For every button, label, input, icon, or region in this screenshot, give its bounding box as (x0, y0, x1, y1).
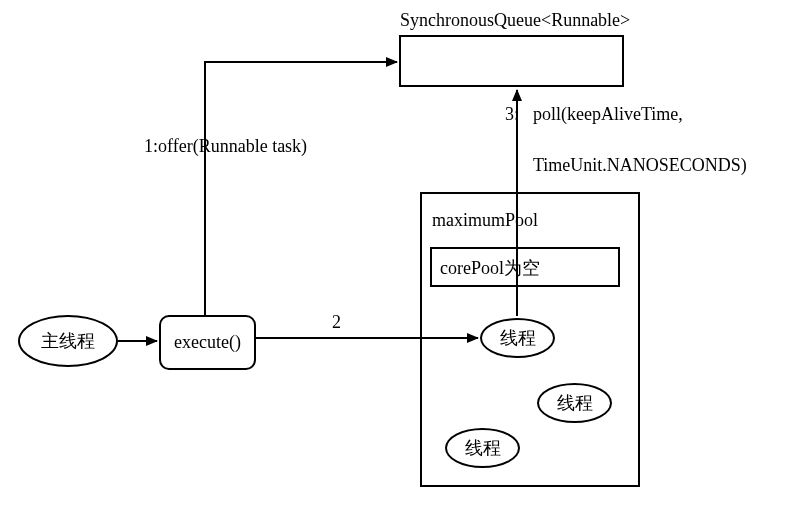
thread-node-3: 线程 (445, 428, 520, 468)
edge-poll-num-label: 3: (505, 104, 519, 125)
queue-title-label: SynchronousQueue<Runnable> (400, 10, 630, 31)
queue-box (399, 35, 624, 87)
arrow-execute-to-queue (205, 62, 397, 315)
thread-node-3-label: 线程 (465, 436, 501, 460)
edge-poll-line2-label: TimeUnit.NANOSECONDS) (533, 155, 747, 176)
thread-node-2: 线程 (537, 383, 612, 423)
edge-poll-line1-label: poll(keepAliveTime, (533, 104, 683, 125)
thread-node-1: 线程 (480, 318, 555, 358)
edge-offer-label: 1:offer(Runnable task) (144, 136, 307, 157)
execute-box: execute() (159, 315, 256, 370)
edge-two-label: 2 (332, 312, 341, 333)
maximum-pool-label: maximumPool (432, 210, 538, 231)
main-thread-label: 主线程 (41, 329, 95, 353)
core-pool-label: corePool为空 (440, 256, 540, 280)
thread-node-1-label: 线程 (500, 326, 536, 350)
diagram-stage: SynchronousQueue<Runnable> 1:offer(Runna… (0, 0, 801, 518)
main-thread-node: 主线程 (18, 315, 118, 367)
thread-node-2-label: 线程 (557, 391, 593, 415)
execute-label: execute() (174, 332, 241, 353)
